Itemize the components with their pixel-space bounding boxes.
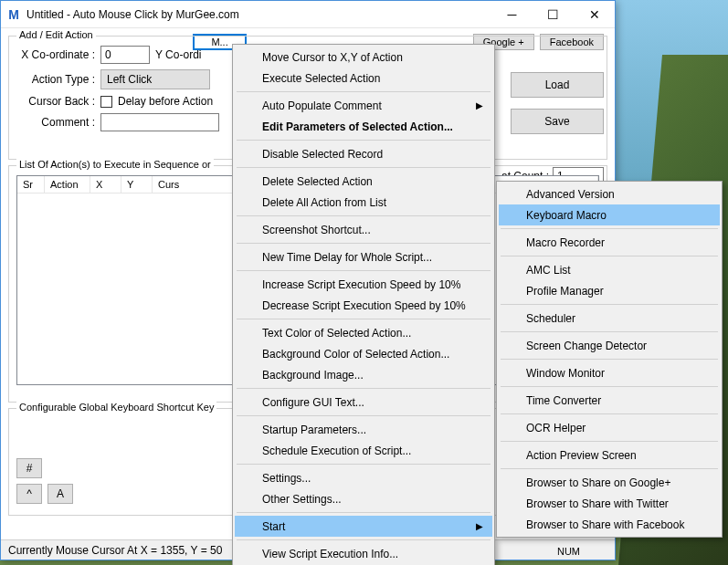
menu-separator <box>237 388 491 389</box>
menu-item[interactable]: Execute Selected Action <box>235 68 492 89</box>
status-text: Currently Mouse Cursor At X = 1355, Y = … <box>8 544 222 557</box>
menu-item[interactable]: Settings... <box>235 467 492 488</box>
delay-label: Delay before Action <box>118 95 213 108</box>
menu-separator <box>237 512 491 513</box>
menu-item[interactable]: Start▶ <box>235 516 492 537</box>
a-button[interactable]: A <box>47 484 73 504</box>
menu-separator <box>237 167 491 168</box>
caret-button[interactable]: ^ <box>16 484 42 504</box>
window-title: Untitled - Auto Mouse Click by MurGee.co… <box>26 8 491 21</box>
menu-item[interactable]: Decrease Script Execution Speed by 10% <box>235 295 492 316</box>
menu-separator <box>237 215 491 216</box>
menu-separator <box>237 415 491 416</box>
menu-item[interactable]: Screenshot Shortcut... <box>235 219 492 240</box>
menu-separator <box>501 359 718 360</box>
menu-item[interactable]: Other Settings... <box>235 488 492 509</box>
menu-separator <box>501 228 718 229</box>
menu-separator <box>501 386 718 387</box>
menu-item[interactable]: Screen Change Detector <box>499 335 720 356</box>
menu-separator <box>237 243 491 244</box>
titlebar[interactable]: M Untitled - Auto Mouse Click by MurGee.… <box>1 1 615 28</box>
cursor-back-checkbox[interactable] <box>100 96 112 108</box>
comment-input[interactable] <box>100 113 219 131</box>
menu-separator <box>501 256 718 256</box>
submenu-arrow-icon: ▶ <box>476 100 483 110</box>
minimize-button[interactable]: ─ <box>491 1 533 27</box>
col-x[interactable]: X <box>90 176 121 193</box>
menu-separator <box>501 468 718 469</box>
menu-separator <box>237 140 491 141</box>
menu-item[interactable]: Profile Manager <box>499 280 720 301</box>
num-indicator: NUM <box>557 546 580 557</box>
menu-separator <box>501 413 718 414</box>
comment-label: Comment : <box>16 116 95 129</box>
menu-item[interactable]: Move Cursor to X,Y of Action <box>235 47 492 68</box>
maximize-button[interactable]: ☐ <box>533 1 574 27</box>
menu-separator <box>237 539 491 540</box>
menu-item[interactable]: Delete Selected Action <box>235 171 492 192</box>
hash-button[interactable]: # <box>16 458 42 478</box>
cursor-back-label: Cursor Back : <box>16 95 95 108</box>
submenu-arrow-icon: ▶ <box>476 521 483 531</box>
menu-separator <box>237 91 491 92</box>
menu-separator <box>501 304 718 305</box>
action-type-combo[interactable]: Left Click <box>100 69 210 89</box>
action-type-label: Action Type : <box>16 73 95 86</box>
y-coord-label: Y Co-ordi <box>155 48 201 61</box>
menu-item[interactable]: Keyboard Macro <box>499 204 720 225</box>
menu-item[interactable]: Macro Recorder <box>499 232 720 253</box>
groupbox-add-edit-title: Add / Edit Action <box>16 29 96 40</box>
menu-item[interactable]: Delete All Action from List <box>235 192 492 213</box>
menu-separator <box>501 331 718 332</box>
context-menu-start: Advanced VersionKeyboard MacroMacro Reco… <box>496 181 723 538</box>
save-button[interactable]: Save <box>511 109 604 134</box>
menu-item[interactable]: Startup Parameters... <box>235 419 492 440</box>
menu-item[interactable]: OCR Helper <box>499 417 720 438</box>
menu-item[interactable]: Configure GUI Text... <box>235 392 492 413</box>
close-button[interactable]: ✕ <box>574 1 615 27</box>
col-sr[interactable]: Sr <box>17 176 45 193</box>
menu-item[interactable]: New Time Delay for Whole Script... <box>235 246 492 267</box>
menu-separator <box>237 270 491 271</box>
groupbox-list-title: List Of Action(s) to Execute in Sequence… <box>16 159 214 170</box>
x-coord-label: X Co-ordinate : <box>16 48 95 61</box>
menu-item[interactable]: Schedule Execution of Script... <box>235 440 492 461</box>
col-y[interactable]: Y <box>121 176 153 193</box>
menu-item[interactable]: Advanced Version <box>499 183 720 204</box>
menu-item[interactable]: Browser to Share with Facebook <box>499 514 720 535</box>
app-icon: M <box>6 7 21 22</box>
menu-separator <box>501 441 718 442</box>
menu-item[interactable]: Background Image... <box>235 364 492 385</box>
menu-item[interactable]: Text Color of Selected Action... <box>235 322 492 343</box>
groupbox-shortcut-title: Configurable Global Keyboard Shortcut Ke… <box>16 402 216 413</box>
load-button[interactable]: Load <box>511 72 604 98</box>
menu-item[interactable]: Background Color of Selected Action... <box>235 343 492 364</box>
menu-item[interactable]: Browser to Share on Google+ <box>499 472 720 493</box>
menu-item[interactable]: Increase Script Execution Speed by 10% <box>235 274 492 295</box>
menu-item[interactable]: Time Converter <box>499 390 720 411</box>
menu-item[interactable]: Window Monitor <box>499 362 720 383</box>
menu-separator <box>237 319 491 319</box>
menu-item[interactable]: Disable Selected Record <box>235 143 492 164</box>
col-action[interactable]: Action <box>45 176 90 193</box>
menu-item[interactable]: Edit Parameters of Selected Action... <box>235 116 492 137</box>
x-coord-input[interactable]: 0 <box>100 46 150 64</box>
menu-item[interactable]: View Script Execution Info... <box>235 543 492 564</box>
menu-item[interactable]: Scheduler <box>499 308 720 329</box>
menu-separator <box>237 464 491 465</box>
menu-item[interactable]: AMC List <box>499 259 720 280</box>
context-menu-main: Move Cursor to X,Y of ActionExecute Sele… <box>232 44 495 565</box>
menu-item[interactable]: Browser to Share with Twitter <box>499 493 720 514</box>
menu-item[interactable]: Auto Populate Comment▶ <box>235 95 492 116</box>
menu-item[interactable]: Action Preview Screen <box>499 445 720 466</box>
